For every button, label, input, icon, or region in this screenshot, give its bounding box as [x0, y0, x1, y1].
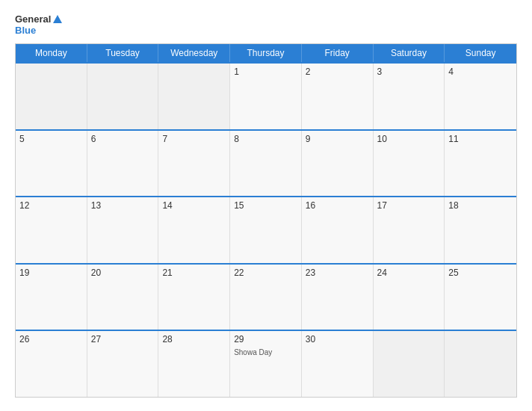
calendar-header-cell: Saturday: [374, 44, 445, 62]
calendar-grid: MondayTuesdayWednesdayThursdayFridaySatu…: [15, 43, 517, 398]
calendar-header-cell: Wednesday: [158, 44, 230, 62]
calendar-cell: 21: [158, 265, 230, 330]
calendar-cell: 16: [302, 197, 374, 263]
calendar-cell: 24: [374, 265, 445, 330]
calendar-header-cell: Thursday: [230, 44, 302, 62]
day-number: 11: [448, 134, 513, 144]
day-number: 21: [162, 268, 226, 278]
calendar-cell: 20: [87, 265, 159, 330]
day-number: 4: [448, 67, 513, 77]
day-number: 3: [377, 67, 441, 77]
calendar-cell: 4: [445, 64, 516, 129]
day-number: 1: [234, 67, 297, 77]
calendar-body: 1234567891011121314151617181920212223242…: [16, 62, 516, 397]
calendar-cell: [158, 64, 230, 129]
calendar-week-row: 26272829Showa Day30: [16, 330, 516, 397]
calendar-cell: 28: [158, 331, 230, 397]
day-number: 13: [91, 200, 155, 211]
calendar-week-row: 19202122232425: [16, 263, 516, 330]
day-number: 12: [19, 200, 83, 211]
logo-triangle-icon: [53, 15, 62, 23]
logo-general-text: General: [15, 13, 51, 25]
calendar-cell: 3: [374, 64, 445, 129]
calendar-cell: 12: [16, 197, 87, 263]
calendar-cell: 1: [230, 64, 302, 129]
calendar-header-cell: Friday: [302, 44, 374, 62]
calendar-cell: 26: [16, 331, 87, 397]
header: General Blue: [15, 13, 517, 36]
day-number: 8: [234, 134, 297, 144]
day-number: 10: [377, 134, 441, 144]
day-number: 19: [19, 268, 83, 278]
calendar-cell: 6: [87, 131, 159, 197]
day-number: 2: [306, 67, 369, 77]
day-number: 25: [448, 268, 513, 278]
day-number: 16: [306, 200, 369, 211]
day-number: 6: [91, 134, 155, 144]
calendar-cell: 11: [445, 131, 516, 197]
calendar-cell: [16, 64, 87, 129]
day-event-label: Showa Day: [234, 348, 272, 356]
day-number: 29: [234, 334, 297, 344]
day-number: 5: [19, 134, 83, 144]
calendar-cell: 15: [230, 197, 302, 263]
logo: General Blue: [15, 13, 62, 36]
calendar-cell: 19: [16, 265, 87, 330]
calendar-cell: 29Showa Day: [230, 331, 302, 397]
calendar-cell: 7: [158, 131, 230, 197]
calendar-cell: 5: [16, 131, 87, 197]
calendar-week-row: 12131415161718: [16, 196, 516, 263]
calendar-cell: [87, 64, 159, 129]
day-number: 17: [377, 200, 441, 211]
day-number: 15: [234, 200, 297, 211]
day-number: 24: [377, 268, 441, 278]
logo-blue-text: Blue: [15, 25, 36, 36]
day-number: 9: [306, 134, 369, 144]
calendar-cell: 2: [302, 64, 374, 129]
calendar-cell: 27: [87, 331, 159, 397]
calendar-page: General Blue MondayTuesdayWednesdayThurs…: [0, 0, 532, 411]
calendar-cell: 14: [158, 197, 230, 263]
calendar-cell: 17: [374, 197, 445, 263]
calendar-cell: 22: [230, 265, 302, 330]
calendar-week-row: 1234: [16, 62, 516, 129]
calendar-cell: [374, 331, 445, 397]
calendar-cell: [445, 331, 516, 397]
calendar-cell: 23: [302, 265, 374, 330]
day-number: 26: [19, 334, 83, 344]
day-number: 27: [91, 334, 155, 344]
calendar-header-row: MondayTuesdayWednesdayThursdayFridaySatu…: [16, 44, 516, 62]
calendar-cell: 13: [87, 197, 159, 263]
calendar-cell: 25: [445, 265, 516, 330]
calendar-header-cell: Sunday: [445, 44, 516, 62]
day-number: 23: [306, 268, 369, 278]
day-number: 7: [162, 134, 226, 144]
calendar-cell: 30: [302, 331, 374, 397]
calendar-cell: 18: [445, 197, 516, 263]
day-number: 20: [91, 268, 155, 278]
calendar-week-row: 567891011: [16, 129, 516, 197]
calendar-cell: 10: [374, 131, 445, 197]
day-number: 14: [162, 200, 226, 211]
calendar-header-cell: Monday: [16, 44, 87, 62]
day-number: 18: [448, 200, 513, 211]
calendar-cell: 8: [230, 131, 302, 197]
day-number: 30: [306, 334, 369, 344]
day-number: 22: [234, 268, 297, 278]
calendar-header-cell: Tuesday: [87, 44, 159, 62]
day-number: 28: [162, 334, 226, 344]
calendar-cell: 9: [302, 131, 374, 197]
